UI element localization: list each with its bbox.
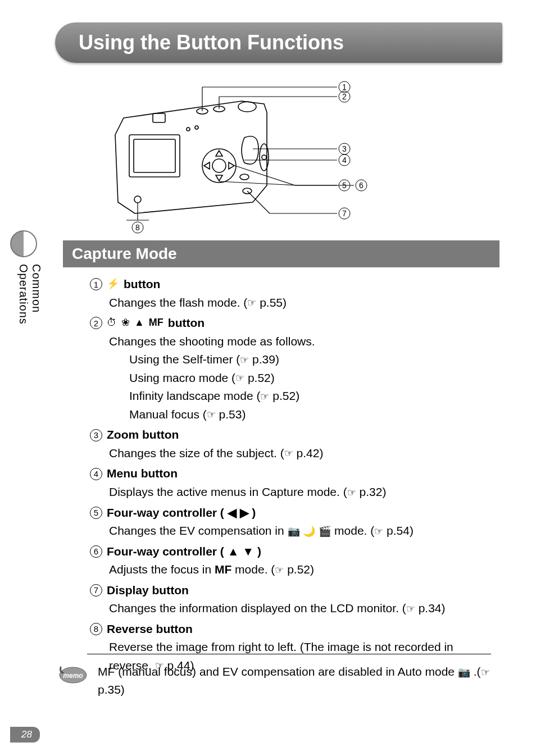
timer-icon: ⏱: [107, 315, 117, 331]
svg-point-17: [187, 127, 190, 131]
svg-point-2: [202, 149, 236, 183]
reference-icon: ☞: [347, 485, 356, 501]
item-subline: Manual focus (☞ p.53): [90, 406, 497, 424]
item-heading: Display button: [107, 581, 189, 600]
item-7: 7 Display button Changes the information…: [90, 581, 497, 618]
camera-auto-icon: 📷: [458, 665, 470, 680]
callout-7: 7: [342, 209, 347, 218]
item-heading: button: [168, 314, 205, 333]
reference-icon: ☞: [275, 563, 284, 579]
reference-icon: ☞: [207, 407, 216, 423]
item-desc: Adjusts the focus in MF mode. (☞ p.52): [90, 561, 497, 579]
reference-icon: ☞: [240, 353, 249, 368]
camera-diagram: 1 2 3 4 5 6 7 8: [73, 73, 466, 236]
item-heading: Reverse button: [107, 620, 193, 639]
item-desc: Changes the EV compensation in 📷 🌙 🎬 mod…: [90, 522, 497, 540]
item-number: 2: [90, 317, 102, 329]
svg-point-10: [238, 102, 256, 112]
item-subline: Using macro mode (☞ p.52): [90, 369, 497, 388]
item-number: 4: [90, 468, 102, 480]
item-number: 3: [90, 429, 102, 441]
reference-icon: ☞: [260, 389, 269, 405]
memo-divider: [87, 654, 491, 654]
side-tab: Common Operations: [0, 230, 34, 376]
item-heading: button: [124, 275, 160, 294]
page-title-bar: Using the Button Functions: [55, 22, 502, 63]
svg-marker-6: [204, 162, 210, 169]
item-5: 5 Four-way controller ( ◀ ▶ ) Changes th…: [90, 504, 497, 540]
item-number: 8: [90, 623, 102, 635]
callout-2: 2: [342, 92, 347, 101]
reference-icon: ☞: [406, 602, 415, 617]
reference-icon: ☞: [374, 524, 383, 540]
item-number: 6: [90, 545, 102, 558]
memo-icon: memo: [56, 662, 88, 698]
item-desc: Changes the shooting mode as follows.: [90, 333, 497, 351]
item-desc: Changes the flash mode. (☞ p.55): [90, 294, 497, 312]
callout-4: 4: [342, 156, 347, 165]
mf-icon: MF: [215, 563, 231, 576]
item-1: 1 ⚡ button Changes the flash mode. (☞ p.…: [90, 275, 497, 312]
page-number: 28: [10, 727, 40, 743]
item-number: 5: [90, 507, 102, 519]
mf-icon: MF: [149, 315, 163, 331]
side-tab-label: Common Operations: [17, 264, 43, 376]
svg-text:memo: memo: [63, 672, 83, 680]
svg-rect-1: [134, 139, 175, 172]
item-desc: Displays the active menus in Capture mod…: [90, 483, 497, 502]
item-heading: Four-way controller ( ▲ ▼ ): [107, 543, 261, 561]
callout-8: 8: [135, 223, 140, 232]
page-title: Using the Button Functions: [79, 31, 344, 54]
item-number: 1: [90, 278, 102, 290]
night-mode-icon: 🌙: [303, 524, 315, 540]
item-4: 4 Menu button Displays the active menus …: [90, 464, 497, 501]
item-3: 3 Zoom button Changes the size of the su…: [90, 426, 497, 462]
memo-block: memo MF (manual focus) and EV compensati…: [56, 662, 491, 698]
svg-marker-4: [216, 151, 222, 156]
item-2: 2 ⏱ ❀ ▲ MF button Changes the shooting m…: [90, 314, 497, 423]
content-list: 1 ⚡ button Changes the flash mode. (☞ p.…: [90, 275, 497, 677]
callout-1: 1: [342, 83, 347, 92]
svg-rect-16: [153, 113, 165, 122]
item-desc: Changes the size of the subject. (☞ p.42…: [90, 444, 497, 463]
svg-line-27: [219, 181, 298, 185]
svg-point-18: [195, 126, 198, 129]
item-6: 6 Four-way controller ( ▲ ▼ ) Adjusts th…: [90, 543, 497, 579]
reference-icon: ☞: [235, 371, 244, 386]
item-subline: Infinity landscape mode (☞ p.52): [90, 387, 497, 406]
reference-icon: ☞: [284, 446, 293, 462]
mountain-icon: ▲: [134, 315, 144, 331]
svg-marker-5: [216, 175, 222, 181]
item-heading: Four-way controller ( ◀ ▶ ): [107, 504, 256, 522]
movie-mode-icon: 🎬: [319, 524, 331, 540]
svg-marker-7: [229, 162, 234, 169]
section-heading: Capture Mode: [72, 245, 177, 263]
camera-mode-icon: 📷: [288, 524, 300, 540]
callout-3: 3: [342, 144, 347, 153]
flash-icon: ⚡: [107, 276, 119, 292]
svg-point-15: [262, 155, 266, 160]
svg-rect-0: [129, 135, 180, 177]
item-heading: Menu button: [107, 464, 178, 483]
svg-point-11: [240, 174, 249, 180]
item-desc: Changes the information displayed on the…: [90, 599, 497, 618]
memo-text: MF (manual focus) and EV compensation ar…: [98, 662, 491, 698]
callout-5: 5: [342, 181, 347, 190]
macro-icon: ❀: [121, 315, 130, 331]
reference-icon: ☞: [247, 295, 256, 311]
item-heading: Zoom button: [107, 426, 179, 444]
callout-6: 6: [359, 181, 364, 190]
reference-icon: ☞: [481, 665, 490, 680]
svg-point-13: [134, 196, 141, 203]
section-heading-bar: Capture Mode: [63, 240, 499, 267]
svg-point-3: [212, 159, 226, 172]
item-subline: Using the Self-timer (☞ p.39): [90, 350, 497, 369]
side-tab-indicator-icon: [10, 230, 37, 257]
item-number: 7: [90, 584, 102, 596]
